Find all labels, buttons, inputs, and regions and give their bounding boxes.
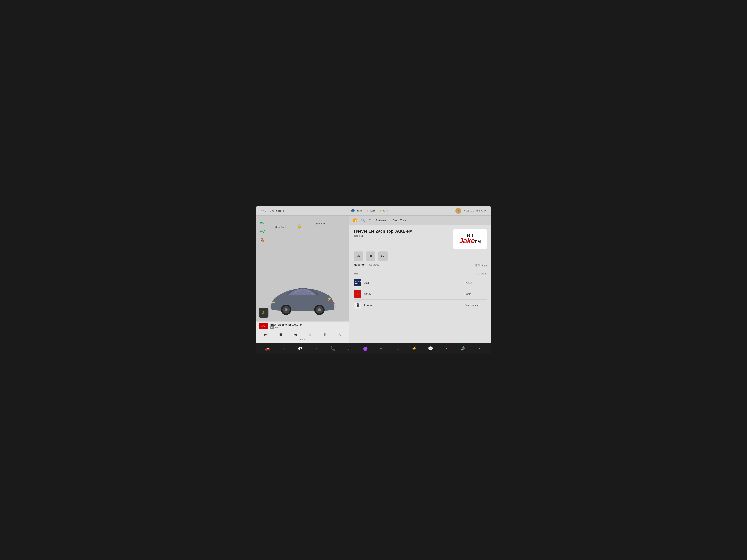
shuffle-button[interactable]: ⇌ [341, 343, 357, 354]
dot-3 [304, 339, 305, 340]
kuco-name: 90.1 [364, 281, 464, 284]
left-panel: ≡○ ≡◁ 🪑 Open Frunk 🔓 Open [256, 216, 350, 343]
track-title: I Never Lie Zach Top JAKE-FM [270, 323, 346, 326]
tesla-screen: PRND 133 mi 👤 Profile ⬇ 09:15 ☀ 73°F 🚗 P… [256, 206, 491, 354]
svg-point-3 [285, 308, 287, 311]
download-status: ⬇ 09:15 [366, 209, 376, 212]
search-button[interactable]: 🔍 [336, 331, 342, 338]
fog-lights-icon[interactable]: ≡◁ [259, 228, 265, 235]
prev-button[interactable]: ⏮ [263, 331, 269, 338]
svg-point-6 [318, 308, 321, 311]
radio103-thumbnail: 103.5 [354, 290, 361, 298]
source-tag: FM FM [354, 235, 453, 237]
page-dots [259, 339, 346, 341]
source-column-header: SOURCE [478, 273, 487, 275]
main-content: ≡○ ≡◁ 🪑 Open Frunk 🔓 Open [256, 216, 491, 343]
song-title: I Never Lie Zach Top JAKE-FM [354, 229, 453, 234]
weather-status: ☀ 73°F [379, 209, 388, 212]
fm-badge: FM [270, 326, 274, 329]
kuco-logo: ClassicalKUCO [354, 279, 361, 286]
station-name-fm: FM [475, 239, 481, 244]
seat-icon[interactable]: 🪑 [259, 237, 265, 244]
bluetooth-button[interactable]: ⚡ [406, 343, 422, 354]
stop-button[interactable]: ⏹ [277, 331, 284, 338]
vol-right-button[interactable]: › [471, 343, 487, 354]
next-button[interactable]: ⏭ [292, 331, 299, 338]
nav-left-button[interactable]: ‹ [276, 343, 292, 354]
chat-button[interactable]: 💬 [422, 343, 439, 354]
status-center: 👤 Profile ⬇ 09:15 ☀ 73°F [284, 209, 455, 212]
open-trunk-label[interactable]: Open Trunk [315, 222, 325, 224]
phone-button[interactable]: 📞 [325, 343, 341, 354]
dot-2 [302, 339, 303, 340]
favorite-button[interactable]: ☆ [307, 331, 313, 338]
tab-recents[interactable]: Recents [354, 263, 365, 267]
open-frunk-label[interactable]: Open Frunk [275, 226, 286, 228]
phone-thumbnail: 📱 [354, 301, 361, 309]
recent-item-phone[interactable]: 📱 Phone Disconnected [354, 300, 487, 311]
airbag-icon: 🚗 [455, 208, 461, 214]
temperature-display: 67 [292, 343, 308, 354]
media-next-button[interactable]: ⏭ [378, 251, 388, 261]
prnd-indicator: PRND [259, 209, 266, 212]
warning-button[interactable]: ⚠ [259, 308, 268, 318]
car-status-icons: ≡○ ≡◁ 🪑 [259, 219, 265, 244]
settings-icon: ||| [475, 264, 477, 266]
car-view: ≡○ ≡◁ 🪑 Open Frunk 🔓 Open [256, 216, 350, 321]
tab-sources[interactable]: Sources [369, 263, 379, 267]
media-prev-button[interactable]: ⏮ [354, 251, 363, 261]
jakefm-logo-large: 93.3 JakeFM [459, 234, 481, 244]
vol-left-button[interactable]: ‹ [439, 343, 455, 354]
nav-right-button[interactable]: › [308, 343, 325, 354]
phone-icon: 📱 [354, 301, 361, 309]
right-panel: 📶 🔍 ≡ Stations Direct Tune I Never Lie Z… [350, 216, 491, 343]
taskbar: 🚗 ‹ 67 › 📞 ⇌ ⬤ ··· ℹ ⚡ 💬 ‹ 🔊 › [256, 343, 491, 354]
equalizer-button[interactable]: ||| [321, 331, 328, 338]
media-nav: 📶 🔍 ≡ Stations Direct Tune [350, 216, 491, 225]
camera-button[interactable]: ⬤ [357, 343, 374, 354]
radio103-source: Radio [464, 292, 487, 295]
car-home-button[interactable]: 🚗 [260, 343, 276, 354]
dot-1 [300, 339, 302, 340]
bottom-music-controls: ⏮ ⏹ ⏭ ☆ ||| 🔍 [259, 330, 346, 339]
recent-item-kuco[interactable]: ClassicalKUCO 90.1 KUCO [354, 277, 487, 288]
tab-group: Recents Sources [354, 263, 379, 267]
profile-status[interactable]: 👤 Profile [351, 209, 363, 212]
media-header: I Never Lie Zach Top JAKE-FM FM FM 93.3 [354, 229, 487, 249]
info-button[interactable]: ℹ [390, 343, 406, 354]
media-title-area: I Never Lie Zach Top JAKE-FM FM FM [354, 229, 453, 237]
weather-icon: ☀ [379, 209, 382, 212]
track-info: I Never Lie Zach Top JAKE-FM FM FM [270, 323, 346, 329]
signal-icon: 📶 [353, 218, 357, 222]
volume-control[interactable]: 🔊 [455, 343, 471, 354]
more-button[interactable]: ··· [374, 343, 390, 354]
settings-button[interactable]: ||| Settings [475, 264, 487, 266]
mileage-display: 133 mi [270, 209, 284, 212]
media-main: I Never Lie Zach Top JAKE-FM FM FM 93.3 [350, 225, 491, 343]
radio103-name: 103.5 [364, 292, 464, 296]
temperature-number: 67 [298, 346, 302, 351]
kuco-thumbnail: ClassicalKUCO [354, 279, 361, 286]
volume-icon: 🔊 [461, 346, 465, 351]
fm-icon: FM [354, 235, 358, 237]
track-subtitle: FM FM [270, 326, 346, 329]
title-column-header: TITLE [354, 273, 360, 275]
lock-icon[interactable]: 🔓 [297, 224, 302, 229]
recent-item-radio103[interactable]: 103.5 103.5 Radio [354, 288, 487, 300]
search-icon[interactable]: 🔍 [361, 218, 365, 222]
music-bar: 93.3JakeFM I Never Lie Zach Top JAKE-FM … [256, 321, 350, 343]
kuco-source: KUCO [464, 281, 487, 284]
download-icon: ⬇ [366, 209, 368, 212]
headlights-icon[interactable]: ≡○ [259, 219, 265, 226]
recents-list: TITLE SOURCE ClassicalKUCO 90.1 KUCO [354, 271, 487, 339]
media-stop-button[interactable]: ⏹ [366, 251, 375, 261]
airbag-status: 🚗 PASSENGER AIRBAG OFF [455, 208, 488, 214]
tab-stations[interactable]: Stations [375, 218, 388, 222]
jakefm-logo-small: 93.3JakeFM [259, 323, 268, 329]
battery-indicator [279, 210, 284, 212]
radio103-logo: 103.5 [354, 290, 361, 298]
menu-icon[interactable]: ≡ [369, 218, 371, 222]
tab-direct-tune[interactable]: Direct Tune [391, 218, 408, 222]
status-bar: PRND 133 mi 👤 Profile ⬇ 09:15 ☀ 73°F 🚗 P… [256, 206, 491, 216]
profile-icon: 👤 [351, 209, 355, 212]
